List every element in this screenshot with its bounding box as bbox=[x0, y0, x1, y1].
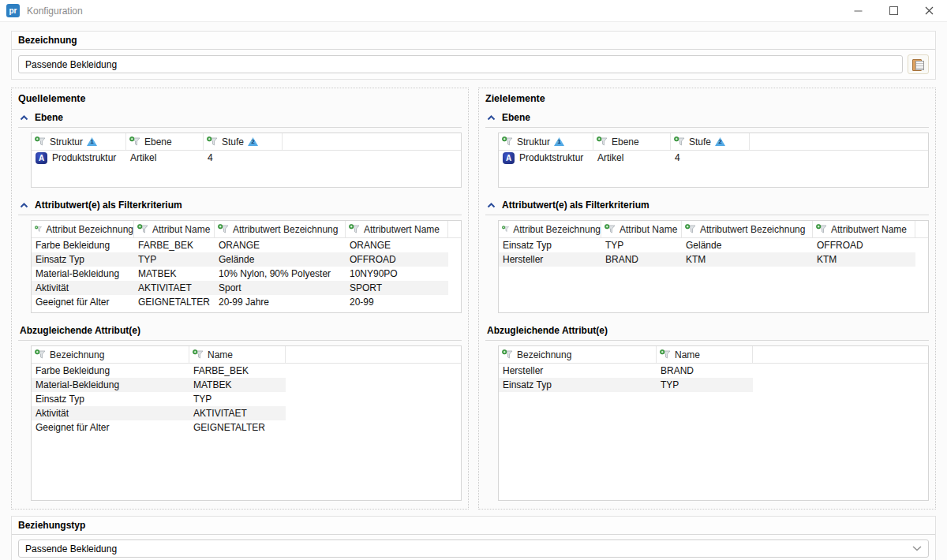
column-header[interactable]: Ebene bbox=[126, 133, 204, 150]
target-match-section-header: Abzugleichende Attribut(e) bbox=[485, 323, 929, 341]
table-header-row: Bezeichnung Name bbox=[499, 346, 928, 364]
column-header[interactable]: Ebene bbox=[593, 133, 671, 150]
close-icon bbox=[925, 6, 934, 15]
beziehungstyp-select[interactable]: Passende Bekleidung bbox=[18, 539, 929, 558]
table-row[interactable]: Aktivität AKTIVITAET Sport SPORT bbox=[32, 281, 448, 295]
filter-icon[interactable] bbox=[502, 224, 509, 234]
collapse-icon[interactable] bbox=[487, 203, 496, 208]
source-panel: Quellelemente Ebene Struktur 1 Ebene bbox=[11, 88, 469, 510]
column-header[interactable]: Struktur 1 bbox=[32, 133, 126, 150]
source-ebene-section-header[interactable]: Ebene bbox=[18, 110, 462, 128]
collapse-icon[interactable] bbox=[20, 115, 28, 121]
source-match-table: Bezeichnung Name Farbe Bekleidung FARBE_… bbox=[31, 345, 462, 501]
source-filter-section-header[interactable]: Attributwert(e) als Filterkriterium bbox=[18, 197, 462, 215]
table-row[interactable]: Einsatz Typ TYP Gelände OFFROAD bbox=[499, 238, 915, 252]
table-row[interactable]: Aktivität AKTIVITAET bbox=[32, 406, 286, 420]
sort-order-badge: 1 bbox=[554, 137, 564, 146]
table-row[interactable]: Hersteller BRAND KTM KTM bbox=[499, 252, 915, 267]
column-header[interactable]: Attribut Name bbox=[601, 221, 682, 237]
table-header-row: Struktur 1 Ebene Stufe 2 bbox=[32, 133, 461, 151]
target-panel-title: Zielelemente bbox=[485, 91, 929, 110]
filter-icon[interactable] bbox=[35, 136, 46, 147]
beziehungstyp-groupbox: Beziehungstyp Passende Bekleidung bbox=[11, 516, 936, 560]
section-title: Ebene bbox=[35, 112, 63, 123]
close-button[interactable] bbox=[911, 0, 947, 21]
section-title: Abzugleichende Attribut(e) bbox=[487, 325, 608, 336]
column-header[interactable]: Stufe 2 bbox=[204, 133, 283, 150]
source-ebene-table: Struktur 1 Ebene Stufe 2 bbox=[31, 133, 462, 188]
bezeichnung-groupbox: Bezeichnung bbox=[11, 31, 936, 80]
table-row[interactable]: Hersteller BRAND bbox=[499, 364, 753, 378]
filter-icon[interactable] bbox=[218, 224, 229, 234]
maximize-icon bbox=[889, 6, 898, 15]
title-bar: pr Konfiguration bbox=[0, 0, 947, 22]
source-filter-table: Attribut Bezeichnung Attribut Name Attri… bbox=[31, 220, 462, 313]
maximize-button[interactable] bbox=[876, 0, 911, 21]
filter-icon[interactable] bbox=[605, 224, 616, 234]
filter-icon[interactable] bbox=[502, 349, 513, 360]
column-header[interactable]: Attribut Name bbox=[134, 221, 215, 237]
filter-icon[interactable] bbox=[597, 136, 608, 147]
sort-order-badge: 2 bbox=[248, 137, 258, 146]
section-title: Abzugleichende Attribut(e) bbox=[20, 325, 140, 336]
table-row[interactable]: Einsatz Typ TYP Gelände OFFROAD bbox=[32, 252, 448, 267]
window-controls bbox=[840, 0, 947, 21]
section-title: Attributwert(e) als Filterkriterium bbox=[502, 200, 649, 211]
column-header[interactable]: Attributwert Name bbox=[813, 221, 915, 237]
filter-icon[interactable] bbox=[35, 349, 46, 360]
source-panel-title: Quellelemente bbox=[18, 91, 462, 110]
beziehungstyp-label: Beziehungstyp bbox=[12, 517, 935, 535]
target-match-table: Bezeichnung Name Hersteller BRAND bbox=[498, 345, 929, 501]
bezeichnung-input[interactable] bbox=[18, 55, 903, 73]
filter-icon[interactable] bbox=[674, 136, 685, 147]
table-row[interactable]: Geeignet für Alter GEIGNETALTER bbox=[32, 420, 286, 435]
filter-icon[interactable] bbox=[502, 136, 513, 147]
column-header[interactable]: Attribut Bezeichnung bbox=[499, 221, 601, 237]
filter-icon[interactable] bbox=[349, 224, 360, 234]
table-header-row: Attribut Bezeichnung Attribut Name Attri… bbox=[499, 221, 928, 238]
bezeichnung-label: Bezeichnung bbox=[12, 32, 935, 50]
filter-icon[interactable] bbox=[129, 136, 140, 147]
filter-icon[interactable] bbox=[35, 224, 42, 234]
column-header[interactable]: Attributwert Bezeichnung bbox=[215, 221, 346, 237]
column-header[interactable]: Name bbox=[657, 346, 753, 363]
dialog-content: Bezeichnung Quellelemente Ebene bbox=[0, 22, 947, 560]
minimize-button[interactable] bbox=[840, 0, 876, 21]
table-row[interactable]: Material-Bekleidung MATBEK 10% Nylon, 90… bbox=[32, 267, 448, 281]
column-header[interactable]: Stufe 2 bbox=[671, 133, 750, 150]
table-row[interactable]: Geeignet für Alter GEIGNETALTER 20-99 Ja… bbox=[32, 295, 448, 309]
structure-type-icon: A bbox=[503, 152, 515, 164]
table-row[interactable]: Farbe Bekleidung FARBE_BEK ORANGE ORANGE bbox=[32, 238, 448, 252]
column-header[interactable]: Attributwert Name bbox=[346, 221, 448, 237]
filter-icon[interactable] bbox=[137, 224, 148, 234]
collapse-icon[interactable] bbox=[20, 203, 28, 208]
column-header[interactable]: Bezeichnung bbox=[499, 346, 657, 363]
filter-icon[interactable] bbox=[660, 349, 671, 360]
column-header[interactable]: Bezeichnung bbox=[32, 346, 189, 363]
table-row[interactable]: AProduktstruktur Artikel 4 bbox=[499, 151, 750, 165]
table-header-row: Attribut Bezeichnung Attribut Name Attri… bbox=[32, 221, 461, 238]
filter-icon[interactable] bbox=[193, 349, 204, 360]
table-header-row: Struktur 1 Ebene Stufe 2 bbox=[499, 133, 928, 151]
filter-icon[interactable] bbox=[685, 224, 696, 234]
app-icon: pr bbox=[6, 4, 20, 17]
column-header[interactable]: Attributwert Bezeichnung bbox=[682, 221, 813, 237]
target-ebene-section-header[interactable]: Ebene bbox=[485, 110, 929, 128]
filter-icon[interactable] bbox=[816, 224, 827, 234]
table-row[interactable]: Farbe Bekleidung FARBE_BEK bbox=[32, 364, 286, 378]
window-title: Konfiguration bbox=[27, 6, 83, 17]
table-row[interactable]: AProduktstruktur Artikel 4 bbox=[32, 151, 283, 165]
filter-icon[interactable] bbox=[207, 136, 218, 147]
collapse-icon[interactable] bbox=[487, 115, 496, 121]
column-header[interactable]: Struktur 1 bbox=[499, 133, 593, 150]
column-header[interactable]: Attribut Bezeichnung bbox=[32, 221, 134, 237]
column-header[interactable]: Name bbox=[189, 346, 286, 363]
sort-order-badge: 2 bbox=[715, 137, 725, 146]
table-row[interactable]: Einsatz Typ TYP bbox=[32, 392, 286, 406]
source-match-section-header: Abzugleichende Attribut(e) bbox=[18, 323, 462, 341]
paste-button[interactable] bbox=[908, 54, 929, 74]
target-filter-table: Attribut Bezeichnung Attribut Name Attri… bbox=[498, 220, 929, 313]
table-row[interactable]: Einsatz Typ TYP bbox=[499, 378, 753, 392]
table-row[interactable]: Material-Bekleidung MATBEK bbox=[32, 378, 286, 392]
target-filter-section-header[interactable]: Attributwert(e) als Filterkriterium bbox=[485, 197, 929, 215]
